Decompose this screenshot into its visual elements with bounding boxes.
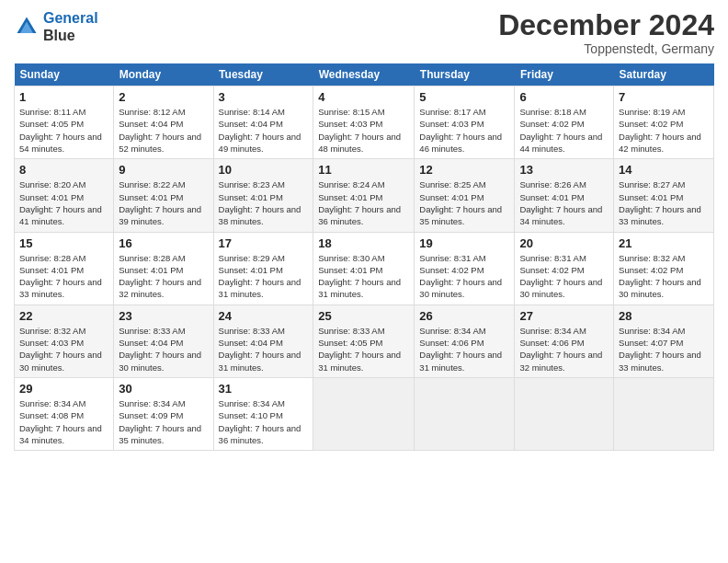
calendar-cell	[313, 377, 415, 450]
calendar-week-5: 29 Sunrise: 8:34 AM Sunset: 4:08 PM Dayl…	[15, 377, 714, 450]
day-info: Sunrise: 8:15 AM Sunset: 4:03 PM Dayligh…	[318, 106, 409, 155]
day-number: 14	[619, 163, 709, 177]
day-info: Sunrise: 8:25 AM Sunset: 4:01 PM Dayligh…	[419, 178, 509, 227]
calendar-cell	[515, 377, 614, 450]
calendar-cell: 16 Sunrise: 8:28 AM Sunset: 4:01 PM Dayl…	[114, 232, 213, 304]
day-info: Sunrise: 8:34 AM Sunset: 4:08 PM Dayligh…	[19, 397, 108, 446]
day-info: Sunrise: 8:34 AM Sunset: 4:07 PM Dayligh…	[619, 325, 709, 373]
day-number: 8	[19, 163, 108, 177]
calendar-cell: 10 Sunrise: 8:23 AM Sunset: 4:01 PM Dayl…	[213, 159, 313, 232]
day-number: 16	[119, 236, 208, 250]
day-number: 17	[219, 236, 309, 250]
logo: General Blue	[14, 9, 98, 44]
day-info: Sunrise: 8:23 AM Sunset: 4:01 PM Dayligh…	[219, 178, 309, 227]
day-header-monday: Monday	[114, 63, 213, 86]
calendar-header-row: SundayMondayTuesdayWednesdayThursdayFrid…	[15, 63, 714, 86]
calendar-cell: 14 Sunrise: 8:27 AM Sunset: 4:01 PM Dayl…	[614, 159, 714, 232]
logo-icon	[14, 14, 40, 40]
page-container: General Blue December 2024 Toppenstedt, …	[0, 0, 728, 460]
day-info: Sunrise: 8:14 AM Sunset: 4:04 PM Dayligh…	[219, 106, 309, 155]
calendar-cell: 25 Sunrise: 8:33 AM Sunset: 4:05 PM Dayl…	[313, 304, 415, 377]
calendar-cell: 4 Sunrise: 8:15 AM Sunset: 4:03 PM Dayli…	[313, 86, 415, 159]
day-number: 7	[619, 90, 709, 104]
day-info: Sunrise: 8:12 AM Sunset: 4:04 PM Dayligh…	[119, 106, 208, 155]
day-info: Sunrise: 8:33 AM Sunset: 4:04 PM Dayligh…	[219, 325, 309, 373]
calendar-cell: 7 Sunrise: 8:19 AM Sunset: 4:02 PM Dayli…	[614, 86, 714, 159]
day-header-saturday: Saturday	[614, 63, 714, 86]
day-header-friday: Friday	[515, 63, 614, 86]
day-info: Sunrise: 8:29 AM Sunset: 4:01 PM Dayligh…	[219, 252, 309, 301]
calendar-week-2: 8 Sunrise: 8:20 AM Sunset: 4:01 PM Dayli…	[15, 159, 714, 232]
calendar-cell: 15 Sunrise: 8:28 AM Sunset: 4:01 PM Dayl…	[15, 232, 114, 304]
calendar-cell: 26 Sunrise: 8:34 AM Sunset: 4:06 PM Dayl…	[415, 304, 515, 377]
calendar-cell: 31 Sunrise: 8:34 AM Sunset: 4:10 PM Dayl…	[213, 377, 313, 450]
calendar-cell: 12 Sunrise: 8:25 AM Sunset: 4:01 PM Dayl…	[415, 159, 515, 232]
calendar-cell: 28 Sunrise: 8:34 AM Sunset: 4:07 PM Dayl…	[614, 304, 714, 377]
day-info: Sunrise: 8:34 AM Sunset: 4:06 PM Dayligh…	[519, 325, 609, 373]
calendar-cell: 27 Sunrise: 8:34 AM Sunset: 4:06 PM Dayl…	[515, 304, 614, 377]
day-number: 1	[19, 90, 108, 104]
day-number: 30	[119, 382, 208, 396]
day-info: Sunrise: 8:18 AM Sunset: 4:02 PM Dayligh…	[519, 106, 609, 155]
calendar-cell: 3 Sunrise: 8:14 AM Sunset: 4:04 PM Dayli…	[213, 86, 313, 159]
day-number: 15	[19, 236, 108, 250]
calendar-week-1: 1 Sunrise: 8:11 AM Sunset: 4:05 PM Dayli…	[15, 86, 714, 159]
day-header-sunday: Sunday	[15, 63, 114, 86]
calendar-cell: 20 Sunrise: 8:31 AM Sunset: 4:02 PM Dayl…	[515, 232, 614, 304]
day-number: 22	[19, 309, 108, 323]
day-number: 25	[318, 309, 409, 323]
day-number: 27	[519, 309, 609, 323]
day-info: Sunrise: 8:27 AM Sunset: 4:01 PM Dayligh…	[619, 178, 709, 227]
calendar-cell: 1 Sunrise: 8:11 AM Sunset: 4:05 PM Dayli…	[15, 86, 114, 159]
calendar-week-3: 15 Sunrise: 8:28 AM Sunset: 4:01 PM Dayl…	[15, 232, 714, 304]
day-info: Sunrise: 8:11 AM Sunset: 4:05 PM Dayligh…	[19, 106, 108, 155]
day-info: Sunrise: 8:31 AM Sunset: 4:02 PM Dayligh…	[419, 252, 509, 301]
day-number: 4	[318, 90, 409, 104]
calendar-cell: 17 Sunrise: 8:29 AM Sunset: 4:01 PM Dayl…	[213, 232, 313, 304]
day-header-tuesday: Tuesday	[213, 63, 313, 86]
day-info: Sunrise: 8:32 AM Sunset: 4:03 PM Dayligh…	[19, 325, 108, 373]
day-info: Sunrise: 8:33 AM Sunset: 4:04 PM Dayligh…	[119, 325, 208, 373]
day-info: Sunrise: 8:19 AM Sunset: 4:02 PM Dayligh…	[619, 106, 709, 155]
subtitle: Toppenstedt, Germany	[498, 41, 714, 56]
day-number: 19	[419, 236, 509, 250]
day-info: Sunrise: 8:34 AM Sunset: 4:10 PM Dayligh…	[219, 397, 309, 446]
day-number: 23	[119, 309, 208, 323]
day-info: Sunrise: 8:32 AM Sunset: 4:02 PM Dayligh…	[619, 252, 709, 301]
day-number: 13	[519, 163, 609, 177]
title-area: December 2024 Toppenstedt, Germany	[498, 9, 714, 56]
day-number: 10	[219, 163, 309, 177]
day-number: 18	[318, 236, 409, 250]
calendar-cell: 23 Sunrise: 8:33 AM Sunset: 4:04 PM Dayl…	[114, 304, 213, 377]
calendar-cell: 22 Sunrise: 8:32 AM Sunset: 4:03 PM Dayl…	[15, 304, 114, 377]
calendar-cell	[415, 377, 515, 450]
day-info: Sunrise: 8:34 AM Sunset: 4:06 PM Dayligh…	[419, 325, 509, 373]
calendar-table: SundayMondayTuesdayWednesdayThursdayFrid…	[14, 63, 714, 451]
day-number: 9	[119, 163, 208, 177]
day-info: Sunrise: 8:30 AM Sunset: 4:01 PM Dayligh…	[318, 252, 409, 301]
day-number: 3	[219, 90, 309, 104]
main-title: December 2024	[498, 9, 714, 41]
day-number: 26	[419, 309, 509, 323]
calendar-cell: 5 Sunrise: 8:17 AM Sunset: 4:03 PM Dayli…	[415, 86, 515, 159]
calendar-week-4: 22 Sunrise: 8:32 AM Sunset: 4:03 PM Dayl…	[15, 304, 714, 377]
day-info: Sunrise: 8:31 AM Sunset: 4:02 PM Dayligh…	[519, 252, 609, 301]
calendar-cell: 30 Sunrise: 8:34 AM Sunset: 4:09 PM Dayl…	[114, 377, 213, 450]
day-info: Sunrise: 8:33 AM Sunset: 4:05 PM Dayligh…	[318, 325, 409, 373]
day-info: Sunrise: 8:24 AM Sunset: 4:01 PM Dayligh…	[318, 178, 409, 227]
day-info: Sunrise: 8:17 AM Sunset: 4:03 PM Dayligh…	[419, 106, 509, 155]
day-number: 24	[219, 309, 309, 323]
calendar-cell: 21 Sunrise: 8:32 AM Sunset: 4:02 PM Dayl…	[614, 232, 714, 304]
day-info: Sunrise: 8:20 AM Sunset: 4:01 PM Dayligh…	[19, 178, 108, 227]
calendar-cell: 24 Sunrise: 8:33 AM Sunset: 4:04 PM Dayl…	[213, 304, 313, 377]
day-number: 11	[318, 163, 409, 177]
day-number: 29	[19, 382, 108, 396]
day-number: 21	[619, 236, 709, 250]
day-header-wednesday: Wednesday	[313, 63, 415, 86]
day-info: Sunrise: 8:22 AM Sunset: 4:01 PM Dayligh…	[119, 178, 208, 227]
day-info: Sunrise: 8:28 AM Sunset: 4:01 PM Dayligh…	[19, 252, 108, 301]
day-info: Sunrise: 8:34 AM Sunset: 4:09 PM Dayligh…	[119, 397, 208, 446]
calendar-cell	[614, 377, 714, 450]
calendar-cell: 19 Sunrise: 8:31 AM Sunset: 4:02 PM Dayl…	[415, 232, 515, 304]
calendar-cell: 8 Sunrise: 8:20 AM Sunset: 4:01 PM Dayli…	[15, 159, 114, 232]
